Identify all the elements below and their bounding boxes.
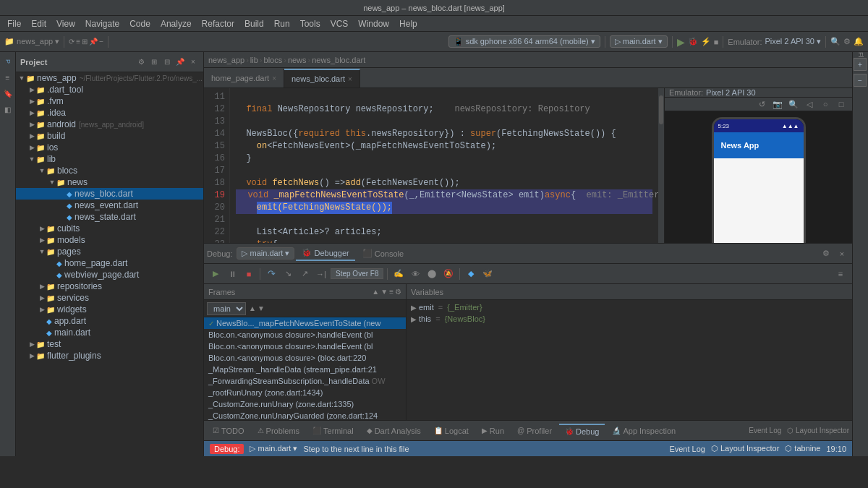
- menu-help[interactable]: Help: [395, 17, 422, 30]
- bottom-tab-run[interactable]: ▶ Run: [476, 424, 510, 437]
- emulator-selector[interactable]: Pixel 2 API 30 ▾: [765, 37, 821, 46]
- frames-thread-select[interactable]: main: [207, 302, 246, 315]
- frames-nav-up[interactable]: ▲: [249, 304, 256, 312]
- layout-inspector-status[interactable]: ⬡ Layout Inspector: [711, 444, 779, 453]
- tree-flutter-plugins[interactable]: ▶ 📁 flutter_plugins: [16, 350, 203, 361]
- menu-view[interactable]: View: [52, 17, 80, 30]
- menu-window[interactable]: Window: [354, 17, 393, 30]
- run-to-cursor-icon[interactable]: →|: [314, 267, 328, 281]
- rotate-icon[interactable]: ↺: [755, 98, 768, 111]
- menu-navigate[interactable]: Navigate: [81, 17, 124, 30]
- bottom-tab-app-inspection[interactable]: 🔬 App Inspection: [606, 424, 681, 437]
- editor-scrollbar[interactable]: [658, 88, 664, 243]
- frame-item-3[interactable]: Bloc.on.<anonymous closure> (bloc.dart:2…: [204, 352, 406, 364]
- tab-news-bloc[interactable]: news_bloc.dart ×: [284, 69, 360, 87]
- watch-icon[interactable]: 👁: [408, 267, 422, 281]
- pin-icon[interactable]: 📌: [89, 38, 98, 46]
- tree-home-page[interactable]: ◆ home_page.dart: [16, 257, 203, 269]
- debug-run-config[interactable]: ▷ main.dart ▾: [237, 247, 294, 260]
- device-selector[interactable]: 📱 sdk gphone x86 64 arm64 (mobile) ▾: [448, 35, 600, 48]
- tree-test[interactable]: ▶ 📁 test: [16, 338, 203, 350]
- tree-fvm[interactable]: ▶ 📁 .fvm: [16, 95, 203, 107]
- settings-icon[interactable]: ⚙: [819, 247, 833, 261]
- emulator-device[interactable]: 5:23 ▲▲▲ News App: [665, 111, 852, 243]
- tree-blocs[interactable]: ▼ 📁 blocs: [16, 165, 203, 176]
- tree-widgets[interactable]: ▶ 📁 widgets: [16, 304, 203, 315]
- close-panel-icon[interactable]: ×: [187, 56, 199, 68]
- eval-icon[interactable]: ✍: [391, 267, 406, 281]
- bottom-tab-problems[interactable]: ⚠ Problems: [252, 424, 305, 437]
- snap-icon[interactable]: 📷: [771, 98, 784, 111]
- tab-home-page[interactable]: home_page.dart ×: [204, 69, 284, 87]
- var-item-this[interactable]: ▶ this = {NewsBloc}: [407, 313, 852, 325]
- step-out-icon[interactable]: ↗: [297, 267, 312, 281]
- step-into-icon[interactable]: ↘: [281, 267, 295, 281]
- bottom-tab-terminal[interactable]: ⬛ Terminal: [307, 424, 359, 437]
- pin-panel-icon[interactable]: 📌: [174, 56, 186, 68]
- console-tab[interactable]: ⬛ Console: [357, 247, 409, 260]
- tree-dart-tool[interactable]: ▶ 📁 .dart_tool: [16, 84, 203, 95]
- frame-item-1[interactable]: Bloc.on.<anonymous closure>.handleEvent …: [204, 329, 406, 341]
- frames-settings-icon[interactable]: ⚙: [395, 288, 401, 296]
- project-selector[interactable]: 📁 news_app ▾: [4, 37, 59, 46]
- tree-app-dart[interactable]: ◆ app.dart: [16, 315, 203, 327]
- structure-icon[interactable]: ≡: [1, 71, 14, 84]
- frames-down-icon[interactable]: ▼: [380, 288, 388, 296]
- recents-icon[interactable]: □: [835, 98, 848, 111]
- flutter-icon[interactable]: 🦋: [480, 267, 495, 281]
- back-icon[interactable]: ◁: [803, 98, 816, 111]
- menu-vcs[interactable]: VCS: [326, 17, 353, 30]
- settings-icon[interactable]: ⚙: [843, 37, 851, 46]
- layout-inspector-btn[interactable]: ⬡ Layout Inspector: [787, 427, 849, 435]
- step-over-icon[interactable]: ↷: [264, 267, 278, 281]
- tab-news-close[interactable]: ×: [348, 75, 352, 83]
- menu-build[interactable]: Build: [240, 17, 268, 30]
- stop-debug-icon[interactable]: ■: [242, 267, 256, 281]
- bottom-tab-todo[interactable]: ☑ TODO: [207, 424, 250, 437]
- menu-edit[interactable]: Edit: [27, 17, 51, 30]
- frame-item-6[interactable]: _rootRunUnary (zone.dart:1434): [204, 387, 406, 398]
- run-button[interactable]: ▶: [677, 36, 685, 48]
- mute-icon[interactable]: 🔕: [441, 267, 456, 281]
- profile-button[interactable]: ⚡: [701, 37, 711, 46]
- gear-icon[interactable]: ⚙: [135, 56, 147, 68]
- tree-services[interactable]: ▶ 📁 services: [16, 292, 203, 304]
- menu-file[interactable]: File: [3, 17, 25, 30]
- tree-ios[interactable]: ▶ 📁 ios: [16, 142, 203, 153]
- frames-up-icon[interactable]: ▲: [372, 288, 379, 296]
- resume-icon[interactable]: ▶: [208, 267, 223, 281]
- event-log-btn[interactable]: Event Log: [749, 427, 781, 435]
- menu-run[interactable]: Run: [270, 17, 294, 30]
- breakpoints-icon[interactable]: ⬤: [425, 267, 439, 281]
- zoom-icon[interactable]: 🔍: [787, 98, 800, 111]
- menu-code[interactable]: Code: [125, 17, 155, 30]
- tree-news[interactable]: ▼ 📁 news: [16, 176, 203, 188]
- tree-news-event[interactable]: ◆ news_event.dart: [16, 200, 203, 211]
- menu-tools[interactable]: Tools: [296, 17, 325, 30]
- frame-item-4[interactable]: _MapStream._handleData (stream_pipe.dart…: [204, 364, 406, 375]
- bottom-tab-debug[interactable]: 🐞 Debug: [559, 424, 605, 438]
- bottom-tab-logcat[interactable]: 📋 Logcat: [428, 424, 475, 437]
- frame-item-5[interactable]: _ForwardingStreamSubscription._handleDat…: [204, 375, 406, 387]
- frames-filter-icon[interactable]: ≡: [389, 288, 393, 296]
- menu-analyze[interactable]: Analyze: [156, 17, 196, 30]
- tree-pages[interactable]: ▼ 📁 pages: [16, 246, 203, 257]
- bookmarks-icon[interactable]: 🔖: [1, 87, 14, 100]
- frame-item-8[interactable]: _CustomZone.runUnaryGuarded (zone.dart:1…: [204, 410, 406, 420]
- frames-nav-down[interactable]: ▼: [258, 304, 265, 312]
- tree-lib[interactable]: ▼ 📁 lib: [16, 153, 203, 165]
- tree-news-state[interactable]: ◆ news_state.dart: [16, 211, 203, 223]
- more-icon[interactable]: ≡: [833, 267, 848, 281]
- stop-button[interactable]: ■: [714, 38, 719, 46]
- expand-all-icon[interactable]: ⊞: [148, 56, 160, 68]
- code-content[interactable]: final NewsRepository newsRepository; new…: [230, 88, 658, 243]
- debugger-tab[interactable]: 🐞 Debugger: [296, 246, 354, 261]
- build-variants-icon[interactable]: ◧: [1, 103, 14, 116]
- tree-repositories[interactable]: ▶ 📁 repositories: [16, 281, 203, 292]
- tab-home-close[interactable]: ×: [272, 74, 276, 82]
- pause-icon[interactable]: ⏸: [225, 267, 239, 281]
- event-log-status[interactable]: Event Log: [669, 445, 705, 453]
- debug-button[interactable]: 🐞: [688, 37, 698, 46]
- home-icon[interactable]: ○: [819, 98, 832, 111]
- tree-models[interactable]: ▶ 📁 models: [16, 234, 203, 246]
